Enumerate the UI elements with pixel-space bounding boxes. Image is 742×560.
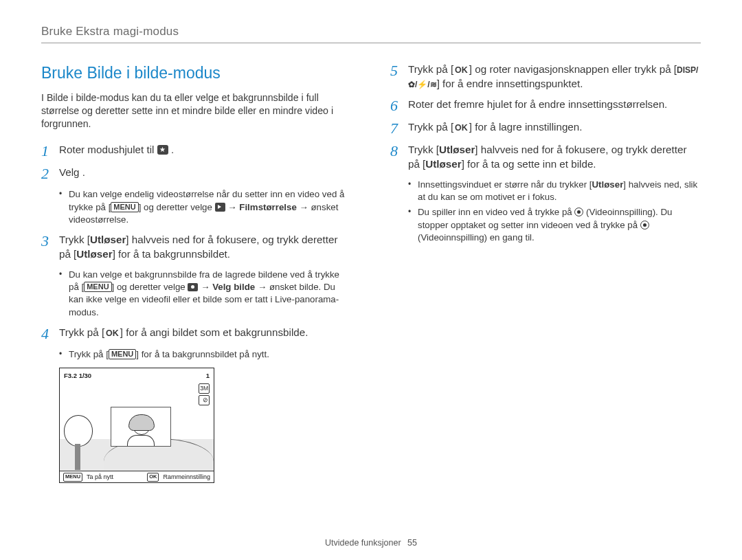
menu-button-label: MENU (84, 282, 111, 292)
text: ] for å angi bildet som et bakgrunnsbild… (120, 326, 308, 338)
bold: Utløser (425, 158, 461, 170)
step-8-bullets: Innsettingsvinduet er større når du tryk… (390, 179, 701, 245)
step-7-body: Trykk på [OK] for å lagre innstillingen. (408, 120, 701, 135)
step-2: 2 Velg . (41, 166, 352, 181)
text: ] og roter navigasjonsknappen eller tryk… (469, 63, 677, 75)
camera-preview-illustration: F3.2 1/30 1 3M ⊘ MENU Ta på nytt (59, 368, 214, 483)
preview-topbar: F3.2 1/30 1 (64, 371, 210, 380)
text: ] for å endre innsettingspunktet. (437, 78, 583, 89)
preview-bottom-left: Ta på nytt (87, 473, 113, 481)
step-4-bullet-1: Trykk på [MENU] for å ta bakgrunnsbildet… (59, 348, 352, 361)
bold: Utløser (90, 234, 126, 245)
text: ] for å ta bakgrunnsbildet på nytt. (136, 349, 269, 359)
step-3-body: Trykk [Utløser] halvveis ned for å fokus… (59, 233, 352, 261)
preview-bottombar: MENU Ta på nytt OK Rammeinnstilling (60, 471, 214, 482)
preview-inset-frame (111, 407, 171, 447)
left-column: Bruke Bilde i bilde-modus I Bilde i bild… (41, 63, 352, 483)
page-footer: Utvidede funksjoner 55 (0, 538, 742, 548)
step-7: 7 Trykk på [OK] for å lagre innstillinge… (390, 120, 701, 136)
preview-exposure: F3.2 1/30 (64, 371, 91, 380)
step-1: 1 Roter modushjulet til . (41, 143, 352, 159)
menu-button-label: MENU (111, 202, 138, 212)
content-columns: Bruke Bilde i bilde-modus I Bilde i bild… (41, 63, 701, 483)
step-3-bullets: Du kan velge et bakgrunnsbilde fra de la… (41, 269, 352, 319)
text: ] for å lagre innstillingen. (469, 121, 583, 133)
step-number: 6 (390, 98, 408, 113)
step-3: 3 Trykk [Utløser] halvveis ned for å fok… (41, 233, 352, 261)
footer-label: Utvidede funksjoner (325, 538, 401, 548)
step-1-post: . (171, 144, 174, 155)
step-8-body: Trykk [Utløser] halvveis ned for å fokus… (408, 143, 701, 171)
page-number: 55 (407, 538, 417, 548)
bold: Velg bilde (212, 282, 255, 292)
step-2-bullet-1: Du kan velge endelig videostørrelse når … (59, 188, 352, 226)
step-8: 8 Trykk [Utløser] halvveis ned for å fok… (390, 143, 701, 171)
shoulders-shape (127, 435, 155, 446)
step-2-body: Velg . (59, 166, 352, 180)
text: ] og deretter velge (139, 202, 215, 212)
camera-icon (188, 283, 198, 291)
right-column: 5 Trykk på [OK] og roter navigasjonsknap… (390, 63, 701, 483)
step-number: 7 (390, 120, 408, 136)
text: ] for å ta bakgrunnsbildet. (113, 248, 230, 260)
ok-keycap: OK (453, 65, 469, 76)
preview-scene (60, 381, 214, 470)
text: Trykk på [ (408, 63, 453, 75)
text: Trykk på [ (69, 349, 109, 359)
text: Trykk [ (408, 144, 439, 155)
record-icon (640, 221, 649, 229)
step-4: 4 Trykk på [OK] for å angi bildet som et… (41, 326, 352, 341)
step-6: 6 Roter det fremre hjulet for å endre in… (390, 98, 701, 113)
preview-bottom-right: Rammeinnstilling (163, 473, 210, 481)
step-2-bullets: Du kan velge endelig videostørrelse når … (41, 188, 352, 226)
bold: Utløser (592, 179, 624, 190)
bold: Utløser (439, 144, 475, 155)
arrow: → (225, 202, 240, 212)
step-number: 5 (390, 63, 408, 78)
step-5-body: Trykk på [OK] og roter navigasjonsknappe… (408, 63, 701, 91)
text: (Videoinnspilling) en gang til. (418, 232, 535, 243)
header-rule (41, 43, 701, 43)
intro-paragraph: I Bilde i bilde-modus kan du ta eller ve… (41, 91, 352, 131)
preview-menu-btn: MENU (63, 473, 82, 481)
page-header: Bruke Ekstra magi-modus (41, 25, 701, 38)
text: Innsettingsvinduet er større når du tryk… (418, 179, 592, 190)
text: Trykk på [ (59, 326, 104, 338)
ok-keycap: OK (453, 122, 469, 134)
preview-ok-btn: OK (147, 473, 159, 481)
arrow: → (198, 282, 212, 292)
step-4-bullets: Trykk på [MENU] for å ta bakgrunnsbildet… (41, 348, 352, 361)
step-3-bullet-1: Du kan velge et bakgrunnsbilde fra de la… (59, 269, 352, 319)
text: Trykk [ (59, 234, 90, 245)
step-8-bullet-2: Du spiller inn en video ved å trykke på … (408, 206, 701, 244)
text: ] og deretter velge (112, 282, 188, 292)
step-1-pre: Roter modushjulet til (59, 144, 157, 155)
step-number: 1 (41, 143, 59, 159)
step-5: 5 Trykk på [OK] og roter navigasjonsknap… (390, 63, 701, 91)
step-2-pre: Velg (59, 166, 82, 178)
step-8-bullet-1: Innsettingsvinduet er større når du tryk… (408, 179, 701, 204)
step-number: 8 (390, 143, 408, 159)
step-1-body: Roter modushjulet til . (59, 143, 352, 157)
mode-dial-icon (157, 145, 168, 155)
text: Du spiller inn en video ved å trykke på (418, 207, 574, 217)
section-title: Bruke Bilde i bilde-modus (41, 63, 352, 85)
step-number: 3 (41, 233, 59, 249)
bold: Filmstørrelse (239, 202, 297, 212)
bold: Utløser (76, 248, 112, 260)
menu-button-label: MENU (109, 349, 136, 359)
text: Trykk på [ (408, 121, 453, 133)
step-6-body: Roter det fremre hjulet for å endre inns… (408, 98, 701, 112)
step-number: 4 (41, 326, 59, 341)
record-icon (574, 208, 583, 216)
preview-count: 1 (206, 371, 210, 380)
text: ] for å ta og sette inn et bilde. (462, 158, 596, 170)
face-illustration (126, 414, 156, 446)
video-icon (215, 203, 225, 212)
step-4-body: Trykk på [OK] for å angi bildet som et b… (59, 326, 352, 340)
tree-shape (64, 416, 91, 470)
step-number: 2 (41, 166, 59, 181)
step-2-post: . (82, 166, 85, 178)
ok-keycap: OK (104, 328, 120, 339)
